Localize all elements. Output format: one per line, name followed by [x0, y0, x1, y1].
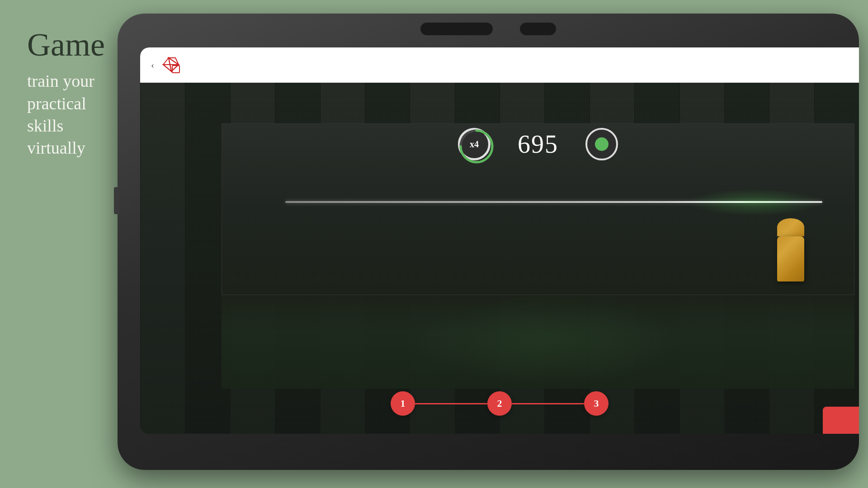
side-button — [114, 187, 119, 214]
step-1-indicator[interactable]: 1 — [391, 391, 415, 416]
game-area: x4 695 — [140, 83, 859, 434]
knife-line-container — [285, 201, 822, 204]
red-corner-element — [823, 407, 859, 434]
bullet-tip — [777, 218, 804, 236]
knife-glow — [687, 189, 822, 216]
step-indicators: 1 2 3 — [391, 391, 609, 416]
score-display: 695 — [518, 130, 558, 159]
status-circle — [585, 128, 618, 160]
step-2-indicator[interactable]: 2 — [487, 391, 512, 416]
bullet-body — [777, 236, 804, 282]
game-logo-icon — [160, 56, 183, 75]
device-top-bar — [420, 23, 556, 35]
step-3-indicator[interactable]: 3 — [584, 391, 609, 416]
device-frame: ‹ — [118, 14, 859, 470]
stripe-1 — [140, 83, 185, 434]
notch-pill-left — [420, 23, 493, 35]
multiplier-circle: x4 — [458, 128, 491, 160]
bullet-object — [773, 218, 809, 277]
multiplier-value: x4 — [470, 139, 479, 150]
notch-pill-right — [520, 23, 556, 35]
score-area: x4 695 — [222, 124, 854, 164]
step-line-1-2 — [415, 403, 487, 404]
back-button[interactable]: ‹ — [151, 59, 154, 71]
step-line-2-3 — [512, 403, 584, 404]
app-header: ‹ — [140, 47, 859, 83]
gameplay-rect: x4 695 — [222, 123, 854, 295]
status-dot-green — [595, 137, 609, 151]
screen: ‹ — [140, 47, 859, 434]
device-wrapper: ‹ — [118, 14, 859, 470]
floor-glow — [411, 295, 683, 385]
